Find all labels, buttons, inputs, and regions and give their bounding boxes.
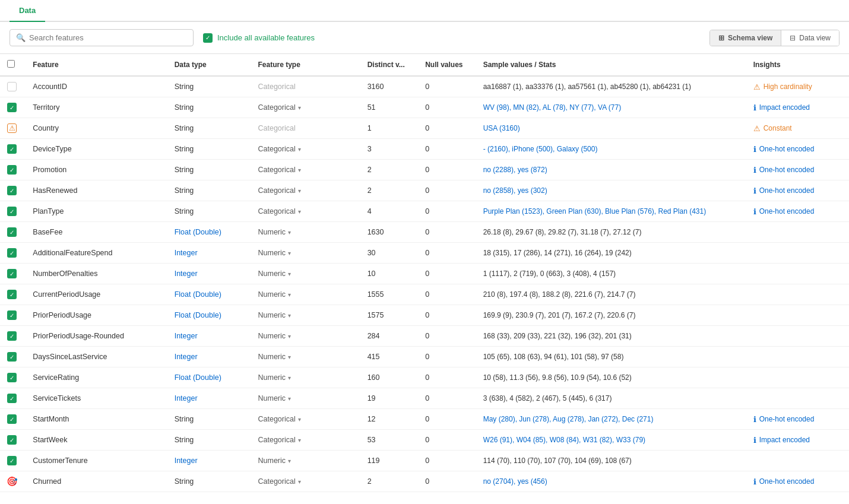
cell-check[interactable]: 🎯 — [0, 471, 26, 492]
cell-check[interactable]: ✓ — [0, 284, 26, 305]
row-checkbox[interactable]: ✓ — [7, 435, 17, 445]
cell-null: 0 — [418, 201, 476, 222]
cell-distinct: 19 — [360, 388, 419, 409]
cell-featuretype[interactable]: Numeric ▾ — [251, 264, 360, 284]
row-checkbox[interactable]: ✓ — [7, 352, 17, 362]
row-checkbox[interactable]: ✓ — [7, 144, 17, 154]
cell-featuretype[interactable]: Numeric ▾ — [251, 388, 360, 409]
insight-label: One-hot encoded — [759, 415, 815, 423]
cell-check[interactable]: ✓ — [0, 347, 26, 367]
cell-featuretype[interactable]: Numeric ▾ — [251, 222, 360, 243]
cell-datatype: String — [167, 201, 251, 222]
row-checkbox[interactable]: ✓ — [7, 186, 17, 195]
search-input[interactable] — [29, 33, 187, 42]
table-row: ✓ PriorPeriodUsage-Rounded Integer Numer… — [0, 326, 849, 347]
tab-data[interactable]: Data — [9, 0, 45, 22]
include-features-toggle[interactable]: ✓ Include all available features — [203, 33, 315, 43]
col-header-featuretype[interactable]: Feature type — [251, 54, 360, 76]
cell-check[interactable]: ✓ — [0, 326, 26, 347]
col-header-sample[interactable]: Sample values / Stats — [476, 54, 746, 76]
row-checkbox[interactable]: ✓ — [7, 456, 17, 465]
cell-check[interactable]: ✓ — [0, 388, 26, 409]
cell-featuretype[interactable]: Numeric ▾ — [251, 451, 360, 471]
cell-null: 0 — [418, 222, 476, 243]
cell-feature: HasRenewed — [26, 180, 167, 201]
row-checkbox[interactable]: ✓ — [7, 227, 17, 237]
cell-check[interactable]: ✓ — [0, 409, 26, 430]
cell-featuretype[interactable]: Numeric ▾ — [251, 367, 360, 388]
cell-featuretype[interactable]: Categorical ▾ — [251, 97, 360, 118]
row-checkbox[interactable]: ✓ — [7, 394, 17, 403]
cell-featuretype[interactable]: Categorical ▾ — [251, 430, 360, 451]
col-header-datatype[interactable]: Data type — [167, 54, 251, 76]
feature-type-text: Numeric — [258, 394, 286, 402]
cell-check[interactable]: ✓ — [0, 451, 26, 471]
row-checkbox[interactable]: ✓ — [7, 248, 17, 258]
cell-featuretype[interactable]: Categorical ▾ — [251, 201, 360, 222]
cell-featuretype[interactable]: Categorical ▾ — [251, 409, 360, 430]
cell-check[interactable]: ✓ — [0, 222, 26, 243]
select-all-checkbox[interactable] — [7, 60, 15, 68]
cell-check[interactable]: ✓ — [0, 139, 26, 160]
row-checkbox[interactable]: ⚠ — [7, 123, 17, 133]
schema-view-button[interactable]: ⊞ Schema view — [710, 30, 781, 46]
cell-sample: - (2160), iPhone (500), Galaxy (500) — [476, 139, 746, 160]
row-checkbox[interactable]: ✓ — [7, 269, 17, 278]
row-checkbox[interactable]: 🎯 — [7, 477, 17, 486]
view-toggle: ⊞ Schema view ⊟ Data view — [709, 30, 840, 46]
cell-featuretype[interactable]: Categorical ▾ — [251, 160, 360, 180]
cell-featuretype[interactable]: Numeric ▾ — [251, 326, 360, 347]
cell-featuretype[interactable]: Categorical ▾ — [251, 139, 360, 160]
row-checkbox[interactable]: ✓ — [7, 207, 17, 216]
cell-feature: DaysSinceLastService — [26, 347, 167, 367]
cell-check[interactable]: ✓ — [0, 243, 26, 264]
cell-check[interactable]: ✓ — [0, 201, 26, 222]
cell-featuretype[interactable]: Categorical — [251, 76, 360, 97]
cell-featuretype[interactable]: Categorical — [251, 118, 360, 139]
cell-check[interactable]: ✓ — [0, 367, 26, 388]
cell-distinct: 4 — [360, 201, 419, 222]
table-row: 🎯 Churned String Categorical ▾ 2 0 no (2… — [0, 471, 849, 492]
data-view-button[interactable]: ⊟ Data view — [781, 30, 839, 46]
cell-datatype: String — [167, 471, 251, 492]
row-checkbox[interactable]: ✓ — [7, 290, 17, 299]
cell-check[interactable]: ✓ — [0, 97, 26, 118]
cell-featuretype[interactable]: Numeric ▾ — [251, 305, 360, 326]
row-checkbox[interactable]: ✓ — [7, 165, 17, 175]
chevron-down-icon: ▾ — [288, 271, 291, 277]
cell-sample: 105 (65), 108 (63), 94 (61), 101 (58), 9… — [476, 347, 746, 367]
cell-check[interactable]: ✓ — [0, 180, 26, 201]
row-checkbox[interactable]: ✓ — [7, 331, 17, 341]
cell-featuretype[interactable]: Numeric ▾ — [251, 347, 360, 367]
sample-value: 3 (638), 4 (582), 2 (467), 5 (445), 6 (3… — [483, 394, 612, 402]
row-checkbox[interactable]: ✓ — [7, 103, 17, 112]
cell-check[interactable]: ✓ — [0, 305, 26, 326]
col-header-insights[interactable]: Insights — [746, 54, 849, 76]
cell-featuretype[interactable]: Categorical ▾ — [251, 471, 360, 492]
cell-check[interactable]: ⚠ — [0, 118, 26, 139]
sample-value: Purple Plan (1523), Green Plan (630), Bl… — [483, 207, 707, 215]
cell-check[interactable]: ✓ — [0, 264, 26, 284]
cell-check[interactable] — [0, 76, 26, 97]
cell-featuretype[interactable]: Numeric ▾ — [251, 243, 360, 264]
col-header-distinct[interactable]: Distinct v... — [360, 54, 419, 76]
feature-type-text: Categorical — [258, 103, 295, 112]
cell-check[interactable]: ✓ — [0, 160, 26, 180]
cell-featuretype[interactable]: Numeric ▾ — [251, 284, 360, 305]
row-checkbox[interactable]: ✓ — [7, 414, 17, 424]
cell-null: 0 — [418, 243, 476, 264]
row-checkbox[interactable] — [7, 82, 17, 91]
cell-featuretype[interactable]: Categorical ▾ — [251, 180, 360, 201]
table-row: ✓ Territory String Categorical ▾ 51 0 WV… — [0, 97, 849, 118]
row-checkbox[interactable]: ✓ — [7, 310, 17, 320]
col-header-feature[interactable]: Feature — [26, 54, 167, 76]
chevron-down-icon: ▾ — [288, 395, 291, 402]
cell-distinct: 2 — [360, 180, 419, 201]
col-header-null[interactable]: Null values — [418, 54, 476, 76]
cell-feature: Territory — [26, 97, 167, 118]
col-header-check — [0, 54, 26, 76]
insight-badge: ⚠ High cardinality — [753, 83, 842, 91]
cell-datatype: Integer — [167, 326, 251, 347]
row-checkbox[interactable]: ✓ — [7, 373, 17, 382]
cell-check[interactable]: ✓ — [0, 430, 26, 451]
